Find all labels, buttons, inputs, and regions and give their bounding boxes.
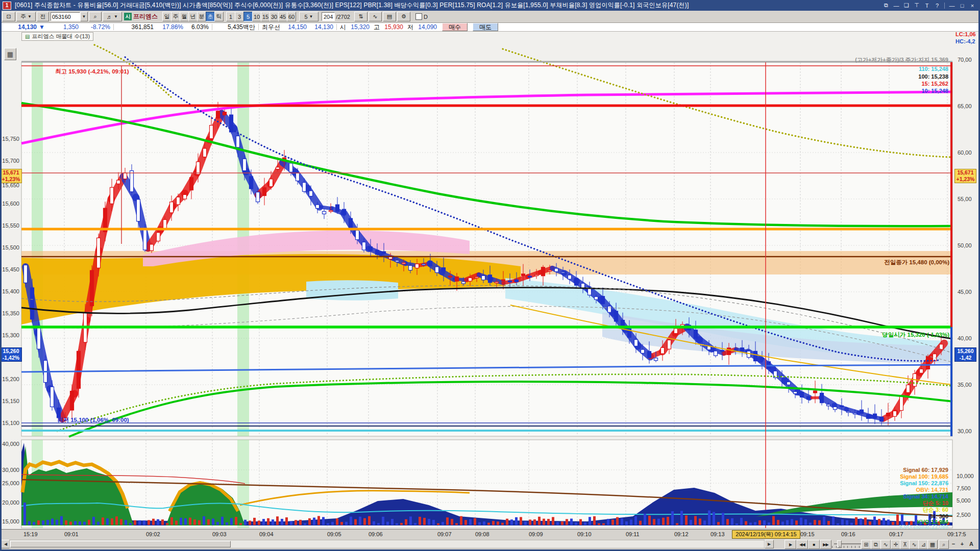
time-axis[interactable] bbox=[0, 529, 980, 539]
interval-button[interactable]: 60 bbox=[287, 12, 296, 21]
chart-scrollbar[interactable] bbox=[9, 540, 765, 548]
unit-value: 5 bbox=[304, 14, 307, 20]
interval-button[interactable]: 1 bbox=[226, 12, 235, 21]
chart-frame-icon[interactable]: ▦ bbox=[927, 540, 938, 549]
current-price: 14,130 bbox=[0, 23, 37, 31]
interval-button[interactable]: 30 bbox=[270, 12, 279, 21]
chart-toolbar: ⊡ 주▼ 전 ▼ ⌕ ♬▼ 시 프리엠스 일주월년분초틱 13510153045… bbox=[0, 11, 980, 23]
period-button[interactable]: 일 bbox=[162, 12, 172, 21]
interval-button[interactable]: 3 bbox=[235, 12, 244, 21]
candle-type-icon[interactable]: ⊼ bbox=[900, 540, 910, 549]
minimize-icon[interactable]: — bbox=[947, 2, 957, 9]
asset-type-value: 주 bbox=[20, 13, 26, 20]
pane-icon: ▤ bbox=[25, 34, 30, 39]
turnover-pct: 17.86% bbox=[154, 23, 183, 31]
interval-buttons: 1351015304560 bbox=[227, 12, 296, 21]
window-number-badge: 1 bbox=[3, 2, 11, 10]
bar-count-box: 204 bbox=[322, 12, 335, 21]
fast-forward-button[interactable]: ▶▶ bbox=[820, 540, 831, 549]
period-button[interactable]: 초 bbox=[206, 12, 215, 21]
code-dropdown-icon[interactable]: ▼ bbox=[80, 12, 88, 21]
popup-icon[interactable]: ⧉ bbox=[881, 2, 891, 9]
best-bid: 14,130 bbox=[307, 23, 333, 31]
interval-button[interactable]: 10 bbox=[252, 12, 261, 21]
copy-window-icon[interactable]: ❏ bbox=[902, 2, 911, 9]
shade-icon[interactable]: — bbox=[892, 2, 901, 9]
area-chart-icon[interactable]: ∿ bbox=[880, 540, 891, 549]
period-button[interactable]: 주 bbox=[171, 12, 180, 21]
interval-button[interactable]: 5 bbox=[243, 12, 253, 21]
search-icon[interactable]: ⌕ bbox=[89, 12, 102, 21]
save-icon[interactable]: ▤ bbox=[383, 12, 396, 21]
chart-pane-tab[interactable]: ▤ 프리엠스 매물대 수(13) bbox=[21, 32, 93, 41]
zoom-in-button[interactable]: + bbox=[958, 540, 967, 548]
period-button[interactable]: 틱 bbox=[214, 12, 224, 21]
settings-gear-icon[interactable]: ⚙ bbox=[397, 12, 410, 21]
main-chart-plot[interactable] bbox=[21, 62, 952, 436]
price-change: 1,350 bbox=[45, 23, 79, 31]
crosshair-icon[interactable]: ✛ bbox=[891, 540, 901, 549]
pane-tab-label: 프리엠스 매물대 수(13) bbox=[32, 33, 90, 40]
app-window: 1 [0601] 주식종합차트 - 유통비율[56.0] 거래대금[5,410(… bbox=[0, 0, 980, 551]
trade-amount: 5,435백만 bbox=[215, 23, 255, 32]
down-arrow-icon: ▼ bbox=[37, 23, 45, 31]
high-value: 15,930 bbox=[380, 23, 403, 31]
prev-stock-button[interactable]: 전 bbox=[37, 12, 49, 21]
open-label: 시 bbox=[340, 23, 346, 32]
font-icon[interactable]: T bbox=[922, 2, 932, 9]
best-ask: 14,150 bbox=[280, 23, 307, 31]
low-label: 저 bbox=[407, 23, 413, 32]
play-button[interactable]: ▶ bbox=[785, 540, 796, 549]
link-window-icon[interactable]: ⊡ bbox=[2, 12, 15, 21]
window-title: [0601] 주식종합차트 - 유통비율[56.0] 거래대금[5,410(백만… bbox=[15, 1, 689, 10]
draw-tool-icon[interactable]: ⊿ bbox=[918, 540, 928, 549]
sound-icon[interactable]: ♬▼ bbox=[103, 12, 122, 21]
bar-total: /2702 bbox=[336, 14, 350, 20]
sound-glyph: ♬ bbox=[107, 14, 112, 20]
low-value: 14,090 bbox=[413, 23, 437, 31]
split-chart-icon[interactable]: ⧉ bbox=[871, 540, 881, 549]
titlebar-separator bbox=[944, 3, 945, 9]
bottom-control-bar: ◀ ▶ ▶ ◀◀ ■ ▶▶ ⊞ ⧉ ∿ ✛ ⊼ ∿ ⊿ ▦ ⌕ − + A bbox=[0, 539, 980, 549]
best-quote-label: 최우선 bbox=[262, 23, 280, 32]
pin-icon[interactable]: ⊤ bbox=[912, 2, 921, 9]
interval-button[interactable]: 45 bbox=[278, 12, 287, 21]
indicator-plot[interactable] bbox=[21, 440, 952, 528]
period-button[interactable]: 월 bbox=[180, 12, 189, 21]
volume-ratio: 6.03% bbox=[183, 23, 209, 31]
compare-icon[interactable]: ⇅ bbox=[354, 12, 368, 21]
grid-toggle-button[interactable]: ▦ bbox=[4, 48, 16, 60]
help-icon[interactable]: ? bbox=[933, 2, 942, 9]
price-change-pct: -8.72% bbox=[79, 23, 110, 31]
close-icon[interactable]: × bbox=[968, 2, 977, 9]
open-value: 15,320 bbox=[346, 23, 370, 31]
scrollbar-thumb[interactable] bbox=[10, 541, 231, 547]
stock-code-input[interactable] bbox=[51, 12, 80, 21]
period-button[interactable]: 분 bbox=[197, 12, 206, 21]
market-badge: 시 bbox=[124, 13, 132, 20]
title-bar: 1 [0601] 주식종합차트 - 유통비율[56.0] 거래대금[5,410(… bbox=[0, 0, 980, 11]
zoom-icon[interactable]: ⌕ bbox=[939, 540, 949, 549]
unit-combo[interactable]: 5▼ bbox=[299, 12, 318, 21]
period-button[interactable]: 년 bbox=[188, 12, 198, 21]
scroll-right-icon[interactable]: ▶ bbox=[765, 540, 774, 548]
period-buttons: 일주월년분초틱 bbox=[163, 12, 224, 21]
trendline-icon[interactable]: ∿ bbox=[369, 12, 382, 21]
rewind-button[interactable]: ◀◀ bbox=[796, 540, 808, 549]
d-checkbox-label: D bbox=[424, 14, 428, 20]
zoom-out-button[interactable]: − bbox=[949, 540, 958, 548]
compare-chart-icon[interactable]: ⊞ bbox=[861, 540, 871, 549]
d-checkbox[interactable] bbox=[415, 13, 422, 20]
line-type-icon[interactable]: ∿ bbox=[909, 540, 919, 549]
stock-name: 프리엠스 bbox=[133, 12, 158, 21]
interval-button[interactable]: 15 bbox=[261, 12, 270, 21]
volume-value: 361,851 bbox=[117, 23, 154, 31]
maximize-icon[interactable]: □ bbox=[958, 2, 967, 9]
stop-button[interactable]: ■ bbox=[808, 540, 820, 549]
price-info-bar: 14,130 ▼ 1,350 -8.72% 361,851 17.86% 6.0… bbox=[0, 23, 980, 32]
font-size-button[interactable]: A bbox=[967, 540, 976, 548]
buy-button[interactable]: 매수 bbox=[442, 23, 468, 31]
high-label: 고 bbox=[374, 23, 380, 32]
sell-button[interactable]: 매도 bbox=[473, 23, 498, 31]
asset-type-combo[interactable]: 주▼ bbox=[16, 12, 36, 21]
